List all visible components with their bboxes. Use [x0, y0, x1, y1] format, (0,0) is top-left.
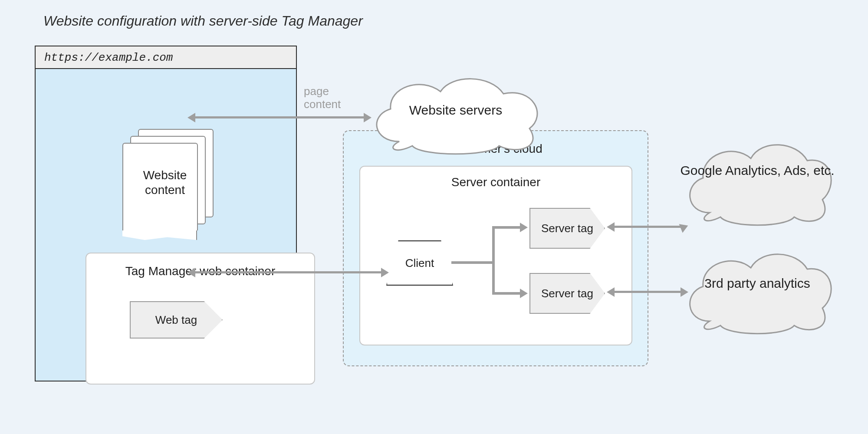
arrowhead-icon	[607, 287, 615, 297]
connector-line	[492, 227, 495, 295]
cloud-icon	[677, 135, 838, 230]
browser-url: https://example.com	[36, 46, 296, 69]
arrowhead-icon	[520, 223, 528, 232]
server-tag-shape: Server tag	[529, 208, 605, 249]
client-label: Client	[405, 256, 434, 270]
connector-line	[492, 226, 521, 229]
connector-line	[195, 271, 382, 273]
diagram-title: Website configuration with server-side T…	[43, 13, 363, 29]
connector-line	[614, 291, 681, 293]
connector-line	[614, 226, 681, 228]
browser-frame: https://example.com Website content Tag …	[35, 46, 297, 381]
server-tag-label-1: Server tag	[541, 222, 593, 235]
server-container: Server container Client Server tag Serve…	[359, 166, 632, 345]
connector-line	[492, 292, 521, 295]
diagram-canvas: Website configuration with server-side T…	[0, 0, 868, 434]
server-container-title: Server container	[360, 175, 631, 189]
connector-line	[195, 116, 365, 118]
website-content-docs: Website content	[122, 129, 214, 237]
website-content-label: Website content	[130, 168, 200, 197]
server-tag-label-2: Server tag	[541, 287, 593, 300]
web-tag-shape: Web tag	[130, 301, 223, 339]
arrowhead-icon	[187, 113, 195, 122]
google-analytics-cloud: Google Analytics, Ads, etc.	[677, 135, 838, 230]
page-content-label: page content	[304, 85, 341, 111]
arrowhead-icon	[520, 289, 528, 298]
website-servers-cloud: Website servers	[360, 68, 551, 159]
arrowhead-icon	[381, 268, 389, 277]
arrowhead-icon	[187, 268, 195, 277]
connector-line	[451, 261, 495, 264]
third-party-cloud: 3rd party analytics	[677, 245, 838, 336]
arrowhead-icon	[681, 287, 688, 297]
arrowhead-icon	[364, 113, 372, 122]
website-servers-label: Website servers	[360, 102, 551, 118]
third-party-label: 3rd party analytics	[677, 276, 838, 291]
customer-cloud-box: Customer's cloud Server container Client…	[343, 130, 648, 366]
server-tag-shape: Server tag	[529, 273, 605, 314]
google-analytics-label: Google Analytics, Ads, etc.	[677, 163, 838, 178]
web-tag-label: Web tag	[155, 313, 197, 326]
arrowhead-icon	[607, 222, 615, 232]
client-shape: Client	[386, 240, 453, 286]
